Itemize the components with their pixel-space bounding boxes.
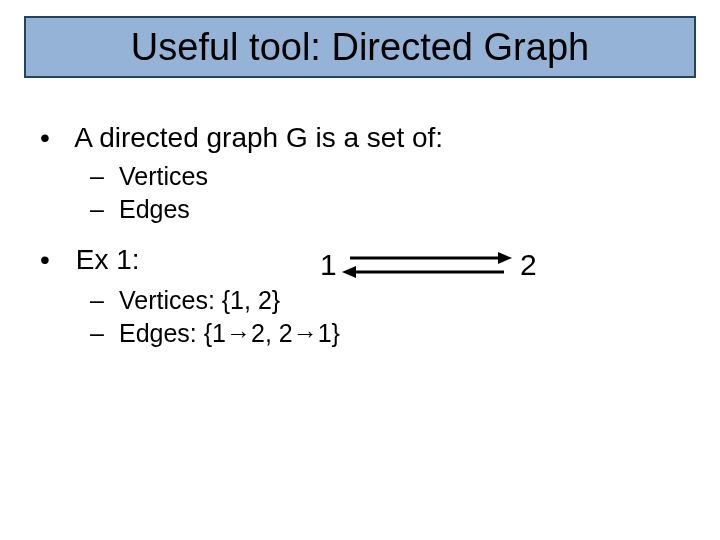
- subbullet-vertices: Vertices: [90, 161, 680, 192]
- svg-marker-3: [342, 266, 356, 278]
- example-label: Ex 1:: [40, 242, 140, 277]
- graph-diagram: 1 2: [320, 236, 560, 296]
- example-vertices-text: Vertices: {1, 2}: [119, 286, 280, 314]
- bullet-definition-text: A directed graph G is a set of:: [74, 122, 443, 153]
- content-area: A directed graph G is a set of: Vertices…: [40, 120, 680, 351]
- slide-title: Useful tool: Directed Graph: [131, 26, 589, 69]
- subbullet-vertices-text: Vertices: [119, 162, 208, 190]
- subbullet-edges: Edges: [90, 194, 680, 225]
- example-row: Ex 1: 1 2: [40, 242, 680, 277]
- example-edges: Edges: {1→2, 2→1}: [90, 318, 680, 349]
- graph-node-1: 1: [320, 246, 337, 284]
- graph-arrows-icon: [342, 244, 512, 288]
- graph-node-2: 2: [520, 246, 537, 284]
- example-edges-text: Edges: {1→2, 2→1}: [119, 319, 340, 347]
- example-label-text: Ex 1:: [76, 244, 140, 275]
- bullet-definition: A directed graph G is a set of:: [40, 120, 680, 155]
- subbullet-edges-text: Edges: [119, 195, 190, 223]
- slide: Useful tool: Directed Graph A directed g…: [0, 0, 720, 540]
- svg-marker-1: [498, 252, 512, 264]
- title-box: Useful tool: Directed Graph: [24, 16, 696, 78]
